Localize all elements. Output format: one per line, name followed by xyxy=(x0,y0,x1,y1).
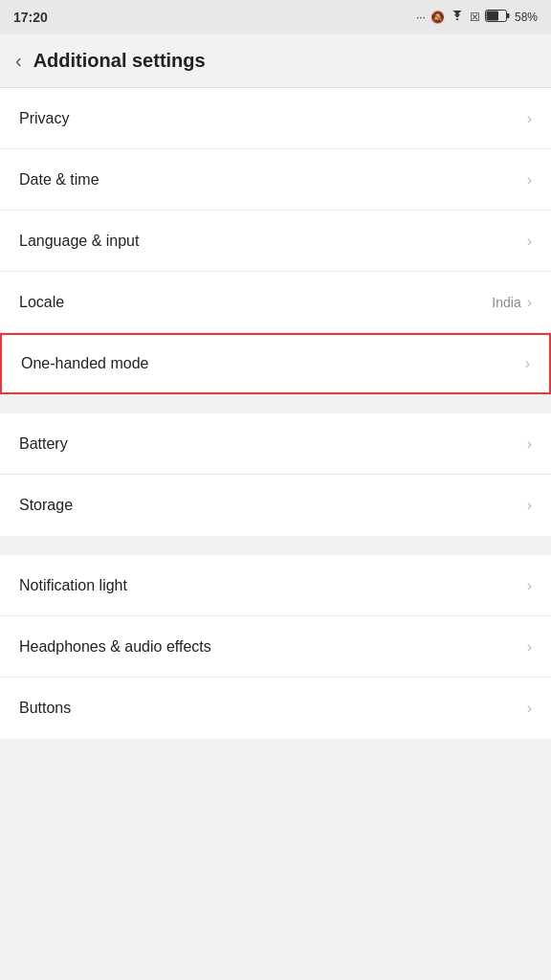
chevron-icon: › xyxy=(525,355,530,372)
top-bar: ‹ Additional settings xyxy=(0,34,551,88)
settings-item-battery[interactable]: Battery › xyxy=(0,413,551,475)
settings-item-privacy[interactable]: Privacy › xyxy=(0,88,551,149)
section-divider-1 xyxy=(0,394,551,413)
battery-percent: 58% xyxy=(515,11,538,24)
svg-rect-2 xyxy=(486,11,498,21)
section-divider-2 xyxy=(0,536,551,555)
settings-item-datetime[interactable]: Date & time › xyxy=(0,149,551,211)
settings-item-storage[interactable]: Storage › xyxy=(0,475,551,536)
settings-item-notificationlight[interactable]: Notification light › xyxy=(0,555,551,616)
settings-group-3: Notification light › Headphones & audio … xyxy=(0,555,551,739)
svg-rect-1 xyxy=(506,13,509,18)
buttons-label: Buttons xyxy=(19,700,71,717)
chevron-icon: › xyxy=(527,577,532,594)
signal-icon: ··· xyxy=(416,11,426,24)
chevron-icon: › xyxy=(527,638,532,656)
settings-group-1: Privacy › Date & time › Language & input… xyxy=(0,88,551,394)
chevron-icon: › xyxy=(527,233,532,250)
locale-value: India xyxy=(492,295,520,310)
privacy-label: Privacy xyxy=(19,110,69,127)
notificationlight-label: Notification light xyxy=(19,577,127,594)
battery-label: Battery xyxy=(19,435,68,453)
headphones-label: Headphones & audio effects xyxy=(19,638,211,656)
settings-item-onehanded[interactable]: One-handed mode › xyxy=(0,333,551,394)
page-title: Additional settings xyxy=(33,50,206,72)
chevron-icon: › xyxy=(527,435,532,453)
datetime-label: Date & time xyxy=(19,171,99,189)
status-bar: 17:20 ··· 🔕 ☒ 58% xyxy=(0,0,551,34)
settings-group-2: Battery › Storage › xyxy=(0,413,551,536)
onehanded-label: One-handed mode xyxy=(21,355,148,372)
status-time: 17:20 xyxy=(13,10,48,25)
wifi-icon xyxy=(450,11,465,25)
locale-label: Locale xyxy=(19,294,64,311)
settings-item-headphones[interactable]: Headphones & audio effects › xyxy=(0,616,551,678)
chevron-icon: › xyxy=(527,497,532,514)
status-icons: ··· 🔕 ☒ 58% xyxy=(416,10,538,25)
settings-item-locale[interactable]: Locale India › xyxy=(0,272,551,333)
settings-item-buttons[interactable]: Buttons › xyxy=(0,678,551,739)
settings-item-language[interactable]: Language & input › xyxy=(0,211,551,272)
mute-icon: 🔕 xyxy=(430,11,445,24)
chevron-icon: › xyxy=(527,294,532,311)
sim-icon: ☒ xyxy=(470,11,480,24)
storage-label: Storage xyxy=(19,497,73,514)
language-label: Language & input xyxy=(19,233,139,250)
battery-icon xyxy=(485,10,510,25)
chevron-icon: › xyxy=(527,700,532,717)
chevron-icon: › xyxy=(527,110,532,127)
chevron-icon: › xyxy=(527,171,532,189)
back-button[interactable]: ‹ xyxy=(15,50,22,72)
